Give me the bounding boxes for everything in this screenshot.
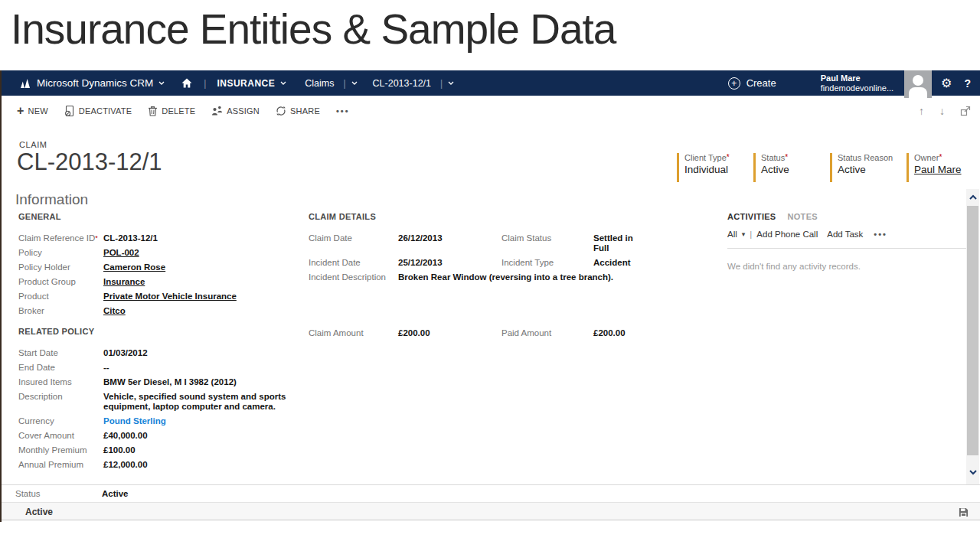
plus-icon: + bbox=[17, 107, 24, 115]
user-org: findemodevonline... bbox=[821, 83, 893, 93]
gear-icon[interactable]: ⚙ bbox=[941, 76, 952, 90]
general-section-title: GENERAL bbox=[18, 212, 292, 221]
record-title: CL-2013-12/1 bbox=[17, 148, 162, 176]
required-star: * bbox=[727, 153, 730, 161]
nav-separator: | bbox=[204, 78, 206, 89]
key-field-status-reason[interactable]: Status Reason Active bbox=[830, 153, 901, 182]
field-product-group: Product Group Insurance bbox=[18, 277, 292, 287]
required-star: * bbox=[95, 234, 98, 242]
create-plus-icon: + bbox=[728, 77, 740, 90]
field-broker: Broker Citco bbox=[18, 306, 292, 316]
nav-area-insurance[interactable]: INSURANCE bbox=[217, 78, 275, 89]
field-annual-premium: Annual Premium £12,000.00 bbox=[18, 460, 292, 470]
home-icon[interactable] bbox=[181, 78, 192, 88]
add-phone-call-button[interactable]: Add Phone Call bbox=[756, 230, 818, 239]
next-record-arrow-icon[interactable]: ↓ bbox=[939, 105, 945, 117]
general-section: GENERAL Claim Reference ID* CL-2013-12/1… bbox=[18, 212, 292, 474]
form-body: Information GENERAL Claim Reference ID* … bbox=[0, 187, 980, 484]
assign-button[interactable]: ASSIGN bbox=[211, 106, 260, 116]
window-left-edge bbox=[0, 70, 2, 522]
more-commands-button[interactable]: ••• bbox=[336, 106, 350, 116]
required-star: * bbox=[785, 153, 788, 161]
currency-link[interactable]: Pound Sterling bbox=[103, 416, 166, 426]
field-claim-reference-id: Claim Reference ID* CL-2013-12/1 bbox=[18, 233, 292, 243]
key-field-status[interactable]: Status* Active bbox=[753, 153, 825, 182]
field-insured-items: Insured Items BMW 5er Diesel, M I 3982 (… bbox=[18, 377, 292, 387]
policy-holder-link[interactable]: Cameron Rose bbox=[103, 262, 165, 272]
activity-filter-dropdown[interactable]: All bbox=[727, 230, 737, 239]
footer-status-bar: Active bbox=[0, 502, 980, 520]
key-field-client-type[interactable]: Client Type* Individual bbox=[677, 153, 748, 182]
field-monthly-premium: Monthly Premium £100.00 bbox=[18, 445, 292, 455]
new-button[interactable]: + NEW bbox=[17, 106, 48, 116]
avatar[interactable] bbox=[904, 70, 932, 98]
field-incident-date-row: Incident Date 25/12/2013 Incident Type A… bbox=[309, 258, 645, 268]
share-button[interactable]: SHARE bbox=[276, 106, 320, 116]
footer-record-status: Active bbox=[25, 507, 53, 517]
product-link[interactable]: Private Motor Vehicle Insurance bbox=[103, 292, 237, 302]
field-claim-date-row: Claim Date 26/12/2013 Claim Status Settl… bbox=[309, 233, 645, 253]
page-title: Insurance Entities & Sample Data bbox=[11, 5, 616, 54]
information-heading: Information bbox=[15, 191, 88, 208]
nav-record-caret-icon[interactable] bbox=[448, 81, 454, 85]
user-name: Paul Mare bbox=[821, 73, 893, 83]
content-bottom-divider bbox=[0, 484, 980, 485]
save-icon[interactable] bbox=[959, 507, 969, 520]
nav-view-caret-icon[interactable] bbox=[351, 81, 358, 85]
policy-link[interactable]: POL-002 bbox=[103, 248, 139, 258]
field-product: Product Private Motor Vehicle Insurance bbox=[18, 292, 292, 302]
tab-activities[interactable]: ACTIVITIES bbox=[727, 212, 776, 221]
field-description: Description Vehicle, specified sound sys… bbox=[18, 392, 292, 412]
vertical-scrollbar[interactable] bbox=[966, 189, 979, 484]
key-field-owner[interactable]: Owner* Paul Mare bbox=[906, 153, 978, 182]
field-incident-description-row: Incident Description Broken Rear Window … bbox=[309, 272, 645, 282]
delete-button[interactable]: DELETE bbox=[148, 106, 195, 116]
add-task-button[interactable]: Add Task bbox=[827, 230, 863, 239]
filter-caret-icon[interactable]: ▾ bbox=[742, 230, 746, 238]
dynamics-logo-icon bbox=[20, 78, 31, 89]
header-key-fields: Client Type* Individual Status* Active S… bbox=[677, 153, 978, 182]
more-activities-button[interactable]: ••• bbox=[874, 230, 887, 239]
broker-link[interactable]: Citco bbox=[103, 306, 126, 316]
popout-icon[interactable] bbox=[960, 106, 971, 116]
owner-link[interactable]: Paul Mare bbox=[914, 164, 978, 175]
field-end-date: End Date -- bbox=[18, 363, 292, 373]
nav-record-claim[interactable]: CL-2013-12/1 bbox=[373, 78, 431, 89]
activities-divider bbox=[727, 248, 966, 249]
scrollbar-thumb[interactable] bbox=[967, 206, 978, 455]
deactivate-icon bbox=[64, 106, 75, 116]
user-menu[interactable]: Paul Mare findemodevonline... bbox=[821, 73, 893, 93]
deactivate-button[interactable]: DEACTIVATE bbox=[64, 106, 132, 116]
record-header: CLAIM CL-2013-12/1 Client Type* Individu… bbox=[0, 126, 980, 187]
page-title-band: Insurance Entities & Sample Data bbox=[0, 0, 980, 70]
nav-area-caret-icon[interactable] bbox=[280, 81, 286, 85]
claim-details-section-title: CLAIM DETAILS bbox=[309, 212, 645, 221]
status-footer-field: Status Active bbox=[15, 489, 129, 499]
top-navbar: Microsoft Dynamics CRM | INSURANCE Claim… bbox=[0, 70, 980, 96]
scroll-down-icon[interactable] bbox=[966, 466, 979, 478]
scroll-up-icon[interactable] bbox=[966, 191, 979, 203]
avatar-head bbox=[913, 75, 923, 86]
share-refresh-icon bbox=[276, 106, 286, 116]
trash-icon bbox=[148, 106, 158, 116]
nav-separator: | bbox=[343, 78, 345, 89]
tab-notes[interactable]: NOTES bbox=[788, 212, 818, 221]
brand-caret-icon[interactable] bbox=[158, 81, 165, 85]
related-policy-section-title: RELATED POLICY bbox=[18, 327, 292, 336]
product-group-link[interactable]: Insurance bbox=[103, 277, 145, 287]
claim-details-section: CLAIM DETAILS Claim Date 26/12/2013 Clai… bbox=[309, 212, 645, 343]
toolbar-separator: | bbox=[750, 230, 752, 239]
field-cover-amount: Cover Amount £40,000.00 bbox=[18, 431, 292, 441]
required-star: * bbox=[939, 153, 942, 161]
field-currency: Currency Pound Sterling bbox=[18, 416, 292, 426]
command-bar: + NEW DEACTIVATE DELETE ASSIGN SHARE •••… bbox=[0, 96, 980, 126]
nav-view-claims[interactable]: Claims bbox=[305, 78, 334, 89]
previous-record-arrow-icon[interactable]: ↑ bbox=[919, 105, 924, 117]
activities-panel: ACTIVITIES NOTES All ▾ | Add Phone Call … bbox=[727, 212, 966, 271]
assign-people-icon bbox=[211, 106, 223, 116]
avatar-torso bbox=[909, 87, 927, 98]
brand-menu[interactable]: Microsoft Dynamics CRM bbox=[37, 77, 153, 89]
create-button[interactable]: + Create bbox=[728, 77, 776, 90]
help-icon[interactable]: ? bbox=[964, 77, 971, 90]
field-amounts-row: Claim Amount £200.00 Paid Amount £200.00 bbox=[309, 328, 645, 338]
